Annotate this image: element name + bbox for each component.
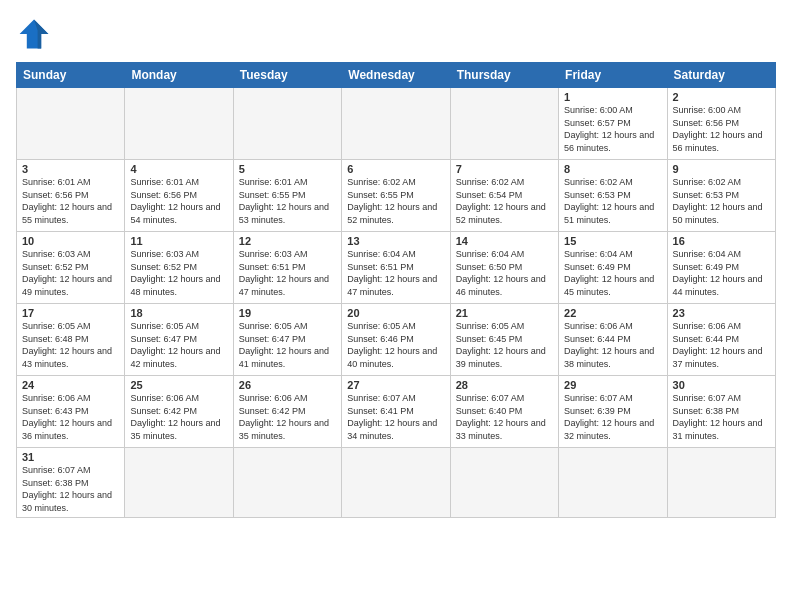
day-cell: 3Sunrise: 6:01 AM Sunset: 6:56 PM Daylig… — [17, 160, 125, 232]
day-number: 26 — [239, 379, 336, 391]
day-number: 27 — [347, 379, 444, 391]
day-number: 17 — [22, 307, 119, 319]
day-info: Sunrise: 6:02 AM Sunset: 6:53 PM Dayligh… — [564, 176, 661, 226]
day-number: 16 — [673, 235, 770, 247]
day-number: 11 — [130, 235, 227, 247]
day-number: 31 — [22, 451, 119, 463]
day-info: Sunrise: 6:06 AM Sunset: 6:43 PM Dayligh… — [22, 392, 119, 442]
day-info: Sunrise: 6:07 AM Sunset: 6:39 PM Dayligh… — [564, 392, 661, 442]
day-info: Sunrise: 6:07 AM Sunset: 6:41 PM Dayligh… — [347, 392, 444, 442]
day-number: 13 — [347, 235, 444, 247]
day-number: 29 — [564, 379, 661, 391]
week-row-1: 3Sunrise: 6:01 AM Sunset: 6:56 PM Daylig… — [17, 160, 776, 232]
day-cell: 23Sunrise: 6:06 AM Sunset: 6:44 PM Dayli… — [667, 304, 775, 376]
day-cell: 22Sunrise: 6:06 AM Sunset: 6:44 PM Dayli… — [559, 304, 667, 376]
header-row: SundayMondayTuesdayWednesdayThursdayFrid… — [17, 63, 776, 88]
logo — [16, 16, 56, 52]
day-info: Sunrise: 6:06 AM Sunset: 6:42 PM Dayligh… — [239, 392, 336, 442]
day-cell — [17, 88, 125, 160]
day-number: 20 — [347, 307, 444, 319]
day-number: 22 — [564, 307, 661, 319]
day-number: 19 — [239, 307, 336, 319]
day-number: 10 — [22, 235, 119, 247]
day-info: Sunrise: 6:06 AM Sunset: 6:44 PM Dayligh… — [673, 320, 770, 370]
day-number: 23 — [673, 307, 770, 319]
day-info: Sunrise: 6:04 AM Sunset: 6:51 PM Dayligh… — [347, 248, 444, 298]
day-number: 25 — [130, 379, 227, 391]
day-header-monday: Monday — [125, 63, 233, 88]
day-cell: 11Sunrise: 6:03 AM Sunset: 6:52 PM Dayli… — [125, 232, 233, 304]
day-cell: 9Sunrise: 6:02 AM Sunset: 6:53 PM Daylig… — [667, 160, 775, 232]
day-cell: 1Sunrise: 6:00 AM Sunset: 6:57 PM Daylig… — [559, 88, 667, 160]
day-cell: 2Sunrise: 6:00 AM Sunset: 6:56 PM Daylig… — [667, 88, 775, 160]
day-cell: 20Sunrise: 6:05 AM Sunset: 6:46 PM Dayli… — [342, 304, 450, 376]
day-header-wednesday: Wednesday — [342, 63, 450, 88]
day-header-saturday: Saturday — [667, 63, 775, 88]
day-info: Sunrise: 6:05 AM Sunset: 6:47 PM Dayligh… — [130, 320, 227, 370]
day-cell: 31Sunrise: 6:07 AM Sunset: 6:38 PM Dayli… — [17, 448, 125, 518]
day-info: Sunrise: 6:05 AM Sunset: 6:47 PM Dayligh… — [239, 320, 336, 370]
day-cell — [667, 448, 775, 518]
day-cell — [233, 448, 341, 518]
day-number: 7 — [456, 163, 553, 175]
calendar: SundayMondayTuesdayWednesdayThursdayFrid… — [16, 62, 776, 518]
day-number: 14 — [456, 235, 553, 247]
day-cell — [450, 448, 558, 518]
day-info: Sunrise: 6:02 AM Sunset: 6:54 PM Dayligh… — [456, 176, 553, 226]
day-cell: 16Sunrise: 6:04 AM Sunset: 6:49 PM Dayli… — [667, 232, 775, 304]
day-cell: 12Sunrise: 6:03 AM Sunset: 6:51 PM Dayli… — [233, 232, 341, 304]
week-row-5: 31Sunrise: 6:07 AM Sunset: 6:38 PM Dayli… — [17, 448, 776, 518]
day-cell — [450, 88, 558, 160]
day-info: Sunrise: 6:03 AM Sunset: 6:52 PM Dayligh… — [130, 248, 227, 298]
day-number: 1 — [564, 91, 661, 103]
day-cell: 6Sunrise: 6:02 AM Sunset: 6:55 PM Daylig… — [342, 160, 450, 232]
day-info: Sunrise: 6:05 AM Sunset: 6:46 PM Dayligh… — [347, 320, 444, 370]
day-cell: 18Sunrise: 6:05 AM Sunset: 6:47 PM Dayli… — [125, 304, 233, 376]
day-cell — [559, 448, 667, 518]
day-cell: 15Sunrise: 6:04 AM Sunset: 6:49 PM Dayli… — [559, 232, 667, 304]
header — [16, 16, 776, 52]
day-number: 21 — [456, 307, 553, 319]
day-cell: 19Sunrise: 6:05 AM Sunset: 6:47 PM Dayli… — [233, 304, 341, 376]
day-cell: 27Sunrise: 6:07 AM Sunset: 6:41 PM Dayli… — [342, 376, 450, 448]
day-number: 18 — [130, 307, 227, 319]
day-cell: 25Sunrise: 6:06 AM Sunset: 6:42 PM Dayli… — [125, 376, 233, 448]
day-info: Sunrise: 6:05 AM Sunset: 6:45 PM Dayligh… — [456, 320, 553, 370]
day-cell: 17Sunrise: 6:05 AM Sunset: 6:48 PM Dayli… — [17, 304, 125, 376]
day-number: 9 — [673, 163, 770, 175]
day-header-thursday: Thursday — [450, 63, 558, 88]
day-info: Sunrise: 6:00 AM Sunset: 6:56 PM Dayligh… — [673, 104, 770, 154]
day-info: Sunrise: 6:04 AM Sunset: 6:49 PM Dayligh… — [673, 248, 770, 298]
day-number: 30 — [673, 379, 770, 391]
day-info: Sunrise: 6:03 AM Sunset: 6:52 PM Dayligh… — [22, 248, 119, 298]
day-cell: 4Sunrise: 6:01 AM Sunset: 6:56 PM Daylig… — [125, 160, 233, 232]
day-cell: 10Sunrise: 6:03 AM Sunset: 6:52 PM Dayli… — [17, 232, 125, 304]
day-cell: 29Sunrise: 6:07 AM Sunset: 6:39 PM Dayli… — [559, 376, 667, 448]
day-info: Sunrise: 6:03 AM Sunset: 6:51 PM Dayligh… — [239, 248, 336, 298]
day-number: 15 — [564, 235, 661, 247]
week-row-0: 1Sunrise: 6:00 AM Sunset: 6:57 PM Daylig… — [17, 88, 776, 160]
day-number: 4 — [130, 163, 227, 175]
day-cell: 28Sunrise: 6:07 AM Sunset: 6:40 PM Dayli… — [450, 376, 558, 448]
day-number: 5 — [239, 163, 336, 175]
day-cell: 26Sunrise: 6:06 AM Sunset: 6:42 PM Dayli… — [233, 376, 341, 448]
week-row-2: 10Sunrise: 6:03 AM Sunset: 6:52 PM Dayli… — [17, 232, 776, 304]
day-info: Sunrise: 6:01 AM Sunset: 6:56 PM Dayligh… — [22, 176, 119, 226]
day-info: Sunrise: 6:04 AM Sunset: 6:50 PM Dayligh… — [456, 248, 553, 298]
week-row-4: 24Sunrise: 6:06 AM Sunset: 6:43 PM Dayli… — [17, 376, 776, 448]
day-cell — [342, 88, 450, 160]
day-info: Sunrise: 6:00 AM Sunset: 6:57 PM Dayligh… — [564, 104, 661, 154]
day-cell — [125, 88, 233, 160]
day-header-tuesday: Tuesday — [233, 63, 341, 88]
day-header-sunday: Sunday — [17, 63, 125, 88]
day-header-friday: Friday — [559, 63, 667, 88]
day-number: 8 — [564, 163, 661, 175]
day-info: Sunrise: 6:07 AM Sunset: 6:38 PM Dayligh… — [673, 392, 770, 442]
week-row-3: 17Sunrise: 6:05 AM Sunset: 6:48 PM Dayli… — [17, 304, 776, 376]
day-info: Sunrise: 6:01 AM Sunset: 6:55 PM Dayligh… — [239, 176, 336, 226]
day-info: Sunrise: 6:02 AM Sunset: 6:55 PM Dayligh… — [347, 176, 444, 226]
day-number: 12 — [239, 235, 336, 247]
day-number: 24 — [22, 379, 119, 391]
day-info: Sunrise: 6:06 AM Sunset: 6:44 PM Dayligh… — [564, 320, 661, 370]
day-info: Sunrise: 6:01 AM Sunset: 6:56 PM Dayligh… — [130, 176, 227, 226]
